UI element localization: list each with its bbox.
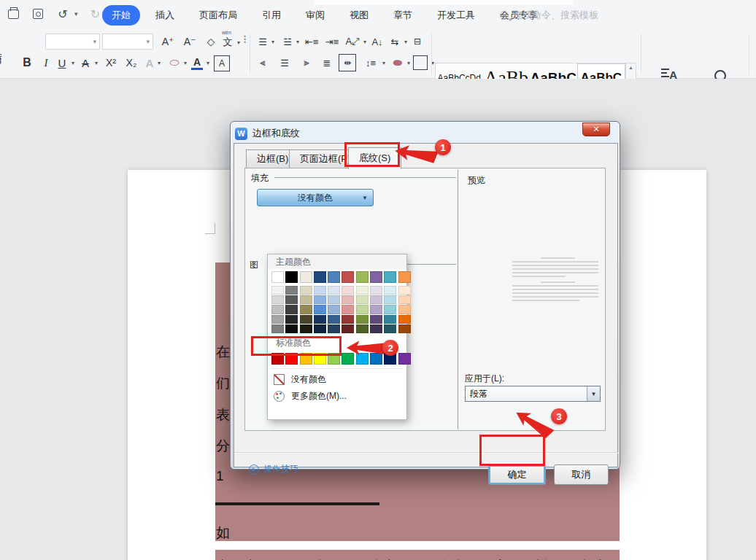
color-swatch[interactable]	[314, 286, 326, 295]
color-swatch[interactable]	[384, 295, 396, 304]
color-swatch[interactable]	[314, 295, 326, 304]
color-swatch[interactable]	[271, 271, 284, 283]
color-swatch[interactable]	[356, 324, 369, 333]
color-swatch[interactable]	[398, 271, 411, 283]
color-swatch[interactable]	[271, 295, 284, 304]
color-swatch[interactable]	[342, 286, 354, 295]
decrease-indent-icon[interactable]: ⇤≡	[302, 34, 321, 50]
ribbon-tab[interactable]: 审阅	[296, 5, 334, 26]
color-swatch[interactable]	[300, 305, 312, 314]
color-swatch[interactable]	[356, 295, 369, 304]
color-swatch[interactable]	[271, 305, 284, 314]
more-colors-option[interactable]: 更多颜色(M)...	[268, 388, 406, 405]
justify-icon[interactable]: ≣	[318, 54, 336, 71]
color-swatch[interactable]	[356, 271, 369, 283]
increase-indent-icon[interactable]: ⇥≡	[323, 34, 342, 50]
document-text-line[interactable]: 实际库存，右侧表格是理论库存，两个表格顺序是一样的。这种场	[216, 557, 620, 560]
tips-link[interactable]: ▶ 操作技巧	[249, 463, 298, 475]
dialog-close-icon[interactable]: ✕	[582, 122, 610, 136]
color-swatch[interactable]	[370, 315, 382, 324]
ribbon-tab[interactable]: 视图	[340, 5, 378, 26]
increase-font-size-button[interactable]: A⁺	[159, 34, 177, 50]
dialog-titlebar[interactable]: W 边框和底纹	[235, 127, 300, 140]
color-swatch[interactable]	[300, 271, 312, 283]
color-swatch[interactable]	[328, 324, 340, 333]
color-swatch[interactable]	[370, 305, 382, 314]
align-center-icon[interactable]: ☰	[276, 54, 293, 71]
undo-caret-icon[interactable]: ▾	[74, 10, 78, 18]
print-icon[interactable]	[6, 7, 20, 21]
cancel-button[interactable]: 取消	[554, 464, 609, 485]
italic-button[interactable]: I	[39, 54, 53, 71]
color-swatch[interactable]	[370, 324, 382, 333]
color-swatch[interactable]	[271, 315, 284, 324]
color-swatch[interactable]	[342, 295, 354, 304]
highlight-color-icon[interactable]: ⬭	[166, 54, 182, 71]
shading-icon[interactable]: ⬬	[390, 54, 406, 71]
no-color-option[interactable]: 没有颜色	[268, 371, 406, 388]
color-swatch[interactable]	[314, 305, 326, 314]
character-border-button[interactable]: A	[214, 55, 230, 71]
color-swatch[interactable]	[356, 286, 369, 295]
numbered-list-caret-icon[interactable]: ▾	[296, 39, 299, 45]
color-swatch[interactable]	[300, 286, 312, 295]
ok-button[interactable]: 确定	[488, 464, 546, 485]
color-swatch[interactable]	[328, 295, 340, 304]
pinyin-guide-icon[interactable]: wén文	[221, 35, 234, 50]
ribbon-tab[interactable]: 开始	[102, 5, 140, 26]
color-swatch[interactable]	[300, 324, 312, 333]
color-swatch[interactable]	[285, 286, 298, 295]
ribbon-tab[interactable]: 章节	[384, 5, 422, 26]
color-swatch[interactable]	[314, 315, 326, 324]
font-color-caret-icon[interactable]: ▾	[207, 60, 209, 66]
redo-icon[interactable]: ↻	[88, 7, 103, 21]
color-swatch[interactable]	[342, 315, 354, 324]
sort-icon[interactable]: A↓	[369, 34, 385, 50]
print-preview-icon[interactable]	[31, 7, 45, 21]
bullet-list-caret-icon[interactable]: ▾	[271, 39, 274, 45]
color-swatch[interactable]	[328, 315, 340, 324]
more-options-dots-icon[interactable]: •••	[244, 35, 248, 44]
color-swatch[interactable]	[328, 305, 340, 314]
ribbon-tab[interactable]: 引用	[252, 5, 290, 26]
color-swatch[interactable]	[384, 271, 396, 283]
underline-caret-icon[interactable]: ▾	[72, 60, 74, 66]
highlight-caret-icon[interactable]: ▾	[184, 60, 187, 66]
color-swatch[interactable]	[356, 315, 369, 324]
command-search[interactable]: 查找命令、搜索模板	[500, 9, 598, 22]
color-swatch[interactable]	[328, 286, 340, 295]
color-swatch[interactable]	[370, 295, 382, 304]
font-color-button[interactable]: A	[191, 55, 203, 70]
line-spacing-caret-icon[interactable]: ▾	[382, 60, 385, 66]
text-effects-caret-icon[interactable]: ▾	[158, 60, 161, 66]
color-swatch[interactable]	[370, 286, 382, 295]
fill-color-dropdown[interactable]: 没有颜色▼	[257, 189, 374, 206]
color-swatch[interactable]	[328, 271, 340, 283]
text-direction-caret-icon[interactable]: ▾	[404, 39, 407, 45]
clipped-format-painter-icon[interactable]: 刷	[0, 52, 1, 66]
color-swatch[interactable]	[342, 271, 354, 283]
color-swatch[interactable]	[384, 305, 396, 314]
align-left-icon[interactable]: ⫷	[254, 54, 271, 71]
color-swatch[interactable]	[342, 324, 354, 333]
bullet-list-icon[interactable]: ☰	[254, 34, 271, 50]
color-swatch[interactable]	[398, 286, 411, 295]
ribbon-tab[interactable]: 页面布局	[190, 5, 247, 26]
color-swatch[interactable]	[398, 295, 411, 304]
color-swatch[interactable]	[314, 324, 326, 333]
ribbon-tab[interactable]: 开发工具	[428, 5, 485, 26]
char-scale-caret-icon[interactable]: ▾	[363, 39, 366, 45]
clear-format-icon[interactable]: ◇	[203, 34, 219, 50]
font-size-combobox[interactable]: ▾	[102, 34, 153, 50]
color-swatch[interactable]	[398, 353, 411, 365]
color-swatch[interactable]	[271, 286, 284, 295]
color-swatch[interactable]	[384, 286, 396, 295]
shading-caret-icon[interactable]: ▾	[407, 60, 410, 66]
gallery-scroll-up-icon[interactable]: ▲	[628, 65, 633, 70]
color-swatch[interactable]	[314, 271, 326, 283]
color-swatch[interactable]	[271, 324, 284, 333]
line-spacing-icon[interactable]: ↕≡	[362, 54, 379, 71]
color-swatch[interactable]	[342, 305, 354, 314]
color-swatch[interactable]	[398, 315, 411, 324]
color-swatch[interactable]	[384, 324, 396, 333]
